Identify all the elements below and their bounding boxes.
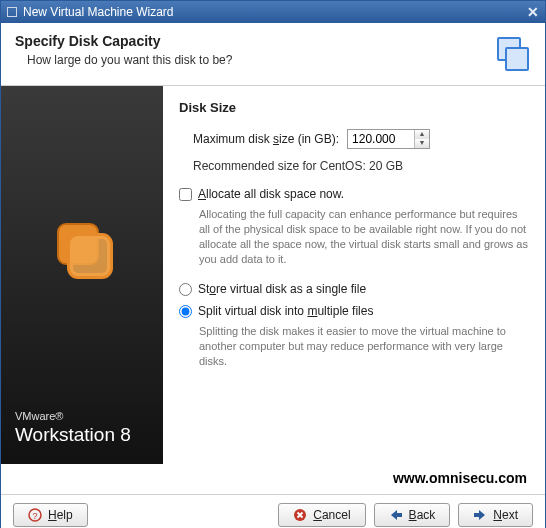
next-button[interactable]: Next [458,503,533,527]
cancel-icon [293,508,307,522]
button-bar: ? Help Cancel Back Next [1,494,545,528]
store-split-desc: Splitting the disk makes it easier to mo… [199,324,529,369]
sidebar: VMware® Workstation 8 [1,86,163,464]
back-button[interactable]: Back [374,503,451,527]
main-panel: Disk Size Maximum disk size (in GB): ▲ ▼… [163,86,545,464]
svg-rect-2 [70,236,110,276]
vmware-logo-icon [50,216,114,280]
arrow-right-icon [473,509,487,521]
spin-up-icon[interactable]: ▲ [415,130,429,139]
store-split-label: Split virtual disk into multiple files [198,304,373,318]
allocate-now-checkbox[interactable] [179,188,192,201]
brand-name: VMware® [15,410,63,422]
cancel-button[interactable]: Cancel [278,503,365,527]
allocate-now-label: Allocate all disk space now. [198,187,344,201]
titlebar: New Virtual Machine Wizard ✕ [1,1,545,23]
max-disk-size-spinner[interactable]: ▲ ▼ [347,129,430,149]
arrow-left-icon [389,509,403,521]
spin-down-icon[interactable]: ▼ [415,139,429,148]
store-single-radio[interactable] [179,283,192,296]
max-disk-size-input[interactable] [348,130,414,148]
window-title: New Virtual Machine Wizard [23,5,174,19]
store-single-label: Store virtual disk as a single file [198,282,366,296]
disk-header-icon [487,33,531,73]
help-button[interactable]: ? Help [13,503,88,527]
help-icon: ? [28,508,42,522]
max-disk-size-label: Maximum disk size (in GB): [193,132,339,146]
close-icon[interactable]: ✕ [527,4,539,20]
svg-rect-6 [396,513,402,517]
section-title: Disk Size [179,100,529,115]
page-title: Specify Disk Capacity [15,33,487,49]
wizard-header: Specify Disk Capacity How large do you w… [1,23,545,86]
page-subtitle: How large do you want this disk to be? [15,53,487,67]
product-name: Workstation 8 [15,424,131,446]
svg-text:?: ? [32,511,37,521]
watermark-url: www.omnisecu.com [1,464,545,494]
allocate-now-desc: Allocating the full capacity can enhance… [199,207,529,266]
wizard-window: New Virtual Machine Wizard ✕ Specify Dis… [0,0,546,528]
window-icon [7,7,17,17]
recommended-size: Recommended size for CentOS: 20 GB [179,159,529,173]
store-split-radio[interactable] [179,305,192,318]
